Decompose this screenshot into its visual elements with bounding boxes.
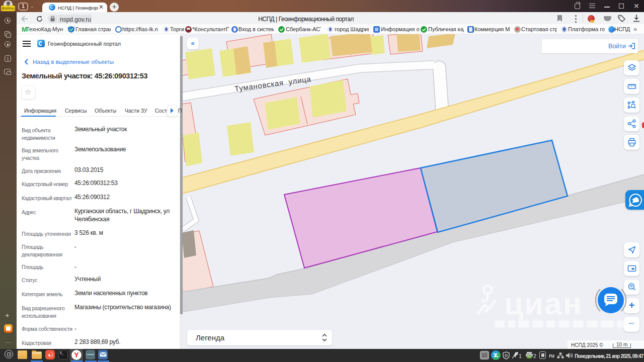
svg-text:циан: циан (504, 286, 583, 321)
